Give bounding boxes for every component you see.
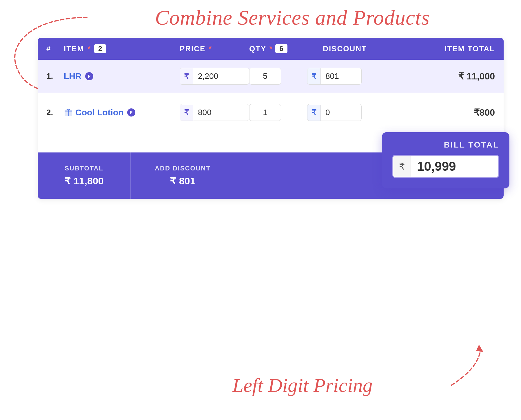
- subtotal-value: ₹ 11,800: [64, 175, 103, 187]
- row-1-name: LHR: [64, 71, 82, 81]
- row-2-name: Cool Lotion: [75, 108, 124, 117]
- qty-count-badge: 6: [275, 44, 287, 53]
- qty-required-star: *: [269, 44, 272, 53]
- row-2-product-badge: P: [127, 108, 135, 117]
- svg-marker-4: [476, 345, 483, 352]
- bill-total-currency: ₹: [393, 156, 411, 177]
- item-count-badge: 2: [94, 44, 106, 53]
- row-spacer: [38, 93, 504, 96]
- row-2-item-name: Cool Lotion P: [64, 108, 174, 117]
- page-wrapper: Combine Services and Products # ITEM * 2…: [0, 0, 521, 420]
- row-1-qty-input[interactable]: [249, 68, 281, 85]
- package-icon: [64, 108, 73, 117]
- page-title-bottom: Left Digit Pricing: [232, 374, 373, 397]
- qty-column-label: QTY: [249, 44, 266, 53]
- bill-total-title: BILL TOTAL: [392, 140, 499, 150]
- row-1-price-input-group[interactable]: ₹: [180, 68, 249, 85]
- row-1-discount-input-group[interactable]: ₹: [307, 68, 362, 85]
- table-header: # ITEM * 2 PRICE * QTY * 6 DISCOUNT ITEM…: [38, 38, 504, 60]
- row-1-item-name: LHR P: [64, 71, 174, 81]
- row-1-total: ₹ 11,000: [382, 71, 495, 82]
- bill-total-card: BILL TOTAL ₹: [382, 132, 509, 188]
- table-row: 2. Cool Lotion P ₹: [38, 96, 504, 129]
- price-column-label: PRICE: [180, 44, 205, 53]
- bottom-right-arrow: [422, 333, 486, 391]
- add-discount-value: ₹ 801: [170, 175, 195, 187]
- footer-subtotal-section: SUBTOTAL ₹ 11,800: [38, 152, 130, 199]
- col-total-header: ITEM TOTAL: [382, 44, 495, 53]
- col-discount-header: DISCOUNT: [307, 44, 382, 53]
- col-qty-header: QTY * 6: [249, 44, 307, 53]
- row-2-discount-currency: ₹: [307, 105, 321, 121]
- row-1-qty-field: [249, 68, 307, 85]
- item-required-star: *: [88, 44, 91, 53]
- row-2-discount-field: ₹: [307, 104, 382, 121]
- row-1-num: 1.: [46, 72, 64, 81]
- row-2-price-input-group[interactable]: ₹: [180, 104, 249, 121]
- row-2-total: ₹800: [382, 107, 495, 118]
- row-2-price-input[interactable]: [193, 104, 234, 121]
- row-1-discount-currency: ₹: [307, 68, 321, 84]
- row-2-discount-input-group[interactable]: ₹: [307, 104, 362, 121]
- row-1-price-input[interactable]: [193, 68, 234, 84]
- table-footer: SUBTOTAL ₹ 11,800 ADD DISCOUNT ₹ 801 BIL…: [38, 152, 504, 199]
- row-1-discount-field: ₹: [307, 68, 382, 85]
- add-discount-label: ADD DISCOUNT: [155, 165, 211, 172]
- table-row: 1. LHR P ₹ ₹ ₹ 11,000: [38, 60, 504, 93]
- price-required-star: *: [208, 44, 212, 53]
- item-column-label: ITEM: [64, 44, 84, 53]
- row-2-discount-input[interactable]: [321, 104, 361, 121]
- col-item-header: ITEM * 2: [64, 44, 174, 53]
- row-1-product-badge: P: [85, 72, 93, 80]
- row-1-price-field: ₹: [174, 68, 249, 85]
- invoice-table: # ITEM * 2 PRICE * QTY * 6 DISCOUNT ITEM…: [38, 38, 504, 199]
- footer-add-discount-section: ADD DISCOUNT ₹ 801: [130, 152, 235, 199]
- page-title-top: Combine Services and Products: [87, 6, 498, 30]
- row-2-qty-input[interactable]: [249, 104, 281, 121]
- row-2-num: 2.: [46, 108, 64, 117]
- subtotal-label: SUBTOTAL: [65, 165, 103, 172]
- row-2-price-field: ₹: [174, 104, 249, 121]
- bill-total-input[interactable]: [411, 156, 492, 177]
- row-2-price-currency: ₹: [180, 105, 193, 121]
- row-2-qty-field: [249, 104, 307, 121]
- bill-total-input-row[interactable]: ₹: [392, 155, 499, 178]
- col-hash: #: [46, 44, 64, 53]
- col-price-header: PRICE *: [174, 44, 249, 53]
- row-1-discount-input[interactable]: [321, 68, 361, 84]
- row-1-price-currency: ₹: [180, 68, 193, 84]
